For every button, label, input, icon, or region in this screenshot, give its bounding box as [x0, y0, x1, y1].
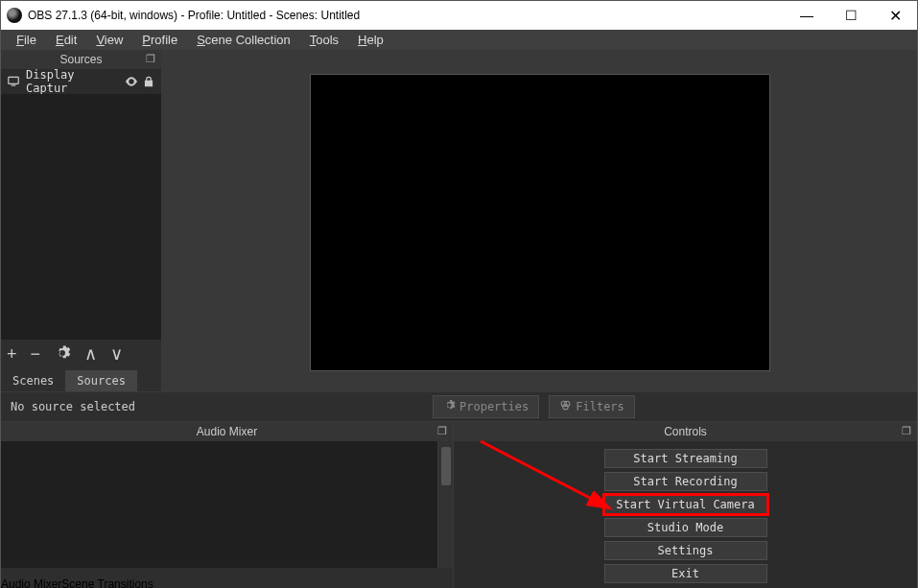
sources-panel-header: Sources ❐: [1, 50, 161, 69]
controls-body: Start StreamingStart RecordingStart Virt…: [454, 441, 917, 588]
popout-icon[interactable]: ❐: [437, 425, 447, 437]
maximize-button[interactable]: ☐: [829, 1, 873, 30]
svg-rect-1: [12, 85, 16, 86]
control-start-recording-button[interactable]: Start Recording: [604, 472, 767, 491]
control-start-streaming-button[interactable]: Start Streaming: [604, 449, 767, 468]
sources-toolbar: + − ∧ ∨: [1, 340, 161, 368]
audio-mixer-header: Audio Mixer ❐: [1, 422, 453, 441]
audio-mixer-title: Audio Mixer: [197, 425, 257, 438]
menu-scene-collection[interactable]: Scene Collection: [187, 30, 300, 50]
properties-label: Properties: [459, 400, 529, 413]
minimize-button[interactable]: —: [785, 1, 829, 30]
left-tabs: Scenes Sources: [1, 368, 161, 391]
popout-icon[interactable]: ❐: [902, 425, 911, 437]
add-button[interactable]: +: [7, 345, 17, 363]
close-button[interactable]: ✕: [873, 1, 917, 30]
source-status: No source selected: [11, 400, 212, 413]
control-settings-button[interactable]: Settings: [604, 541, 767, 560]
menu-edit[interactable]: Edit: [46, 30, 86, 50]
menu-profile[interactable]: Profile: [132, 30, 187, 50]
move-up-button[interactable]: ∧: [84, 345, 97, 363]
bottom-tabs: Audio Mixer Scene Transitions: [1, 568, 453, 588]
filters-button[interactable]: Filters: [549, 395, 635, 418]
source-row[interactable]: Display Captur: [1, 69, 161, 94]
mid-row: No source selected Properties Filters: [1, 391, 917, 422]
preview-area: [162, 50, 917, 391]
control-exit-button[interactable]: Exit: [604, 564, 767, 583]
titlebar: OBS 27.1.3 (64-bit, windows) - Profile: …: [1, 1, 917, 30]
controls-header: Controls ❐: [454, 422, 917, 441]
gear-icon: [443, 399, 456, 414]
popout-icon[interactable]: ❐: [146, 53, 155, 65]
svg-rect-0: [9, 77, 19, 83]
controls-panel: Controls ❐ Start StreamingStart Recordin…: [454, 422, 917, 588]
menu-view[interactable]: View: [86, 30, 132, 50]
lock-icon[interactable]: [140, 75, 157, 88]
tab-sources[interactable]: Sources: [65, 370, 137, 391]
controls-title: Controls: [664, 425, 707, 438]
audio-mixer-panel: Audio Mixer ❐ Audio Mixer Scene Transiti…: [1, 422, 454, 588]
visibility-icon[interactable]: [123, 74, 140, 89]
move-down-button[interactable]: ∨: [110, 345, 123, 363]
remove-button[interactable]: −: [31, 345, 41, 363]
filters-icon: [559, 399, 572, 414]
menubar: File Edit View Profile Scene Collection …: [1, 30, 917, 50]
control-studio-mode-button[interactable]: Studio Mode: [604, 518, 767, 537]
scrollbar[interactable]: [437, 441, 453, 568]
source-label: Display Captur: [26, 68, 123, 95]
svg-point-4: [563, 404, 568, 409]
audio-mixer-body: [1, 441, 437, 568]
menu-file[interactable]: File: [7, 30, 46, 50]
properties-button[interactable]: Properties: [433, 395, 539, 418]
window-title: OBS 27.1.3 (64-bit, windows) - Profile: …: [28, 9, 360, 22]
sources-panel-title: Sources: [59, 53, 102, 66]
sources-empty-area: [1, 94, 161, 340]
tab-audio-mixer[interactable]: Audio Mixer: [1, 577, 61, 588]
control-start-virtual-camera-button[interactable]: Start Virtual Camera: [604, 495, 767, 514]
sources-panel: Sources ❐ Display Captur: [1, 50, 162, 391]
filters-label: Filters: [576, 400, 624, 413]
monitor-icon: [5, 75, 22, 88]
preview-canvas[interactable]: [310, 74, 770, 371]
obs-logo-icon: [7, 8, 22, 23]
menu-tools[interactable]: Tools: [300, 30, 348, 50]
settings-icon[interactable]: [54, 344, 71, 365]
menu-help[interactable]: Help: [348, 30, 393, 50]
tab-scene-transitions[interactable]: Scene Transitions: [61, 577, 153, 588]
tab-scenes[interactable]: Scenes: [1, 370, 65, 391]
